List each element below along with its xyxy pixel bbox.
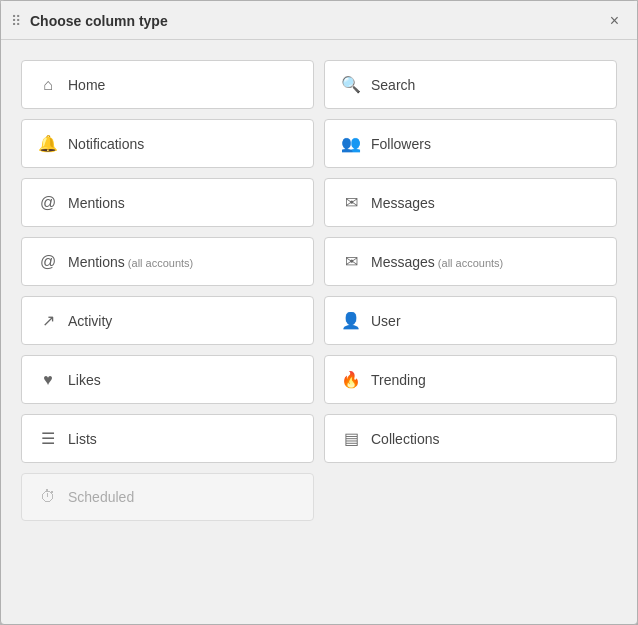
activity-button[interactable]: ↗Activity [21, 296, 314, 345]
likes-label: Likes [68, 372, 101, 388]
dialog-header: ⠿ Choose column type × [1, 1, 637, 40]
mentions-button[interactable]: @Mentions [21, 178, 314, 227]
drag-handle-icon: ⠿ [11, 13, 22, 29]
likes-icon: ♥ [38, 371, 58, 389]
lists-label: Lists [68, 431, 97, 447]
scheduled-label: Scheduled [68, 489, 134, 505]
activity-label: Activity [68, 313, 112, 329]
mentions-all-sublabel: (all accounts) [125, 257, 193, 269]
home-label: Home [68, 77, 105, 93]
bell-icon: 🔔 [38, 134, 58, 153]
collections-button[interactable]: ▤Collections [324, 414, 617, 463]
search-label: Search [371, 77, 415, 93]
mentions-all-label: Mentions (all accounts) [68, 254, 193, 270]
search-icon: 🔍 [341, 75, 361, 94]
home-button[interactable]: ⌂Home [21, 60, 314, 109]
dialog-body: ⌂Home🔍Search🔔Notifications👥Followers@Men… [1, 40, 637, 541]
messages-label: Messages [371, 195, 435, 211]
messages-all-label: Messages (all accounts) [371, 254, 503, 270]
user-label: User [371, 313, 401, 329]
mentions-icon: @ [38, 194, 58, 212]
notifications-label: Notifications [68, 136, 144, 152]
likes-button[interactable]: ♥Likes [21, 355, 314, 404]
messages-icon: ✉ [341, 193, 361, 212]
trending-label: Trending [371, 372, 426, 388]
lists-icon: ☰ [38, 429, 58, 448]
trending-button[interactable]: 🔥Trending [324, 355, 617, 404]
column-type-grid: ⌂Home🔍Search🔔Notifications👥Followers@Men… [21, 60, 617, 521]
activity-icon: ↗ [38, 311, 58, 330]
lists-button[interactable]: ☰Lists [21, 414, 314, 463]
scheduled-button: ⏱Scheduled [21, 473, 314, 521]
user-button[interactable]: 👤User [324, 296, 617, 345]
collections-label: Collections [371, 431, 439, 447]
messages-button[interactable]: ✉Messages [324, 178, 617, 227]
mentions-all-button[interactable]: @Mentions (all accounts) [21, 237, 314, 286]
user-icon: 👤 [341, 311, 361, 330]
search-button[interactable]: 🔍Search [324, 60, 617, 109]
close-button[interactable]: × [606, 11, 623, 31]
notifications-button[interactable]: 🔔Notifications [21, 119, 314, 168]
dialog-title: Choose column type [30, 13, 168, 29]
scheduled-icon: ⏱ [38, 488, 58, 506]
home-icon: ⌂ [38, 76, 58, 94]
followers-label: Followers [371, 136, 431, 152]
title-area: ⠿ Choose column type [11, 13, 168, 29]
messages-all-sublabel: (all accounts) [435, 257, 503, 269]
messages-all-button[interactable]: ✉Messages (all accounts) [324, 237, 617, 286]
collections-icon: ▤ [341, 429, 361, 448]
choose-column-dialog: ⠿ Choose column type × ⌂Home🔍Search🔔Noti… [0, 0, 638, 625]
messages-all-icon: ✉ [341, 252, 361, 271]
followers-icon: 👥 [341, 134, 361, 153]
mentions-label: Mentions [68, 195, 125, 211]
trending-icon: 🔥 [341, 370, 361, 389]
followers-button[interactable]: 👥Followers [324, 119, 617, 168]
mentions-all-icon: @ [38, 253, 58, 271]
